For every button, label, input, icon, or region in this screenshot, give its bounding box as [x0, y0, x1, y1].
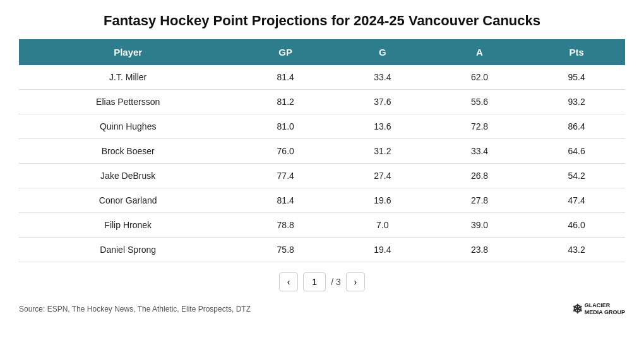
cell-player: Elias Pettersson: [19, 90, 237, 114]
cell-a: 72.8: [431, 114, 528, 139]
column-header-gp: GP: [237, 39, 334, 65]
next-page-button[interactable]: ›: [346, 272, 365, 291]
projections-table: PlayerGPGAPts J.T. Miller81.433.462.095.…: [19, 39, 625, 262]
glacier-logo: ❄ GLACIER MEDIA GROUP: [572, 301, 625, 317]
cell-gp: 77.4: [237, 164, 334, 188]
cell-a: 62.0: [431, 65, 528, 90]
cell-g: 7.0: [334, 213, 431, 238]
cell-g: 27.4: [334, 164, 431, 188]
cell-gp: 81.2: [237, 90, 334, 114]
table-row: Daniel Sprong75.819.423.843.2: [19, 238, 625, 262]
cell-pts: 54.2: [528, 164, 625, 188]
cell-pts: 46.0: [528, 213, 625, 238]
glacier-logo-line2: MEDIA GROUP: [585, 309, 625, 316]
cell-gp: 81.4: [237, 65, 334, 90]
source-text: Source: ESPN, The Hockey News, The Athle…: [19, 305, 251, 314]
cell-gp: 81.4: [237, 188, 334, 213]
table-row: Quinn Hughes81.013.672.886.4: [19, 114, 625, 139]
cell-gp: 75.8: [237, 238, 334, 262]
glacier-logo-line1: GLACIER: [585, 302, 611, 309]
cell-g: 33.4: [334, 65, 431, 90]
prev-page-button[interactable]: ‹: [279, 272, 298, 291]
cell-g: 37.6: [334, 90, 431, 114]
cell-gp: 81.0: [237, 114, 334, 139]
page-number-input[interactable]: [303, 272, 326, 291]
column-header-a: A: [431, 39, 528, 65]
cell-player: Brock Boeser: [19, 139, 237, 164]
pagination-controls: ‹ / 3 ›: [279, 272, 365, 291]
page-total: / 3: [331, 277, 341, 287]
cell-g: 19.6: [334, 188, 431, 213]
cell-g: 31.2: [334, 139, 431, 164]
cell-gp: 78.8: [237, 213, 334, 238]
cell-g: 19.4: [334, 238, 431, 262]
table-header-row: PlayerGPGAPts: [19, 39, 625, 65]
table-row: Jake DeBrusk77.427.426.854.2: [19, 164, 625, 188]
cell-player: Daniel Sprong: [19, 238, 237, 262]
cell-pts: 47.4: [528, 188, 625, 213]
cell-player: Jake DeBrusk: [19, 164, 237, 188]
table-row: J.T. Miller81.433.462.095.4: [19, 65, 625, 90]
table-row: Elias Pettersson81.237.655.693.2: [19, 90, 625, 114]
cell-player: Quinn Hughes: [19, 114, 237, 139]
cell-g: 13.6: [334, 114, 431, 139]
cell-a: 55.6: [431, 90, 528, 114]
table-row: Conor Garland81.419.627.847.4: [19, 188, 625, 213]
cell-player: J.T. Miller: [19, 65, 237, 90]
cell-pts: 95.4: [528, 65, 625, 90]
cell-player: Conor Garland: [19, 188, 237, 213]
cell-a: 26.8: [431, 164, 528, 188]
table-row: Filip Hronek78.87.039.046.0: [19, 213, 625, 238]
column-header-player: Player: [19, 39, 237, 65]
cell-a: 33.4: [431, 139, 528, 164]
glacier-logo-icon: ❄: [572, 301, 583, 317]
cell-a: 23.8: [431, 238, 528, 262]
cell-pts: 64.6: [528, 139, 625, 164]
cell-a: 39.0: [431, 213, 528, 238]
footer: Source: ESPN, The Hockey News, The Athle…: [19, 301, 625, 317]
cell-player: Filip Hronek: [19, 213, 237, 238]
cell-a: 27.8: [431, 188, 528, 213]
cell-gp: 76.0: [237, 139, 334, 164]
page-title: Fantasy Hockey Point Projections for 202…: [104, 13, 540, 29]
table-row: Brock Boeser76.031.233.464.6: [19, 139, 625, 164]
column-header-g: G: [334, 39, 431, 65]
cell-pts: 86.4: [528, 114, 625, 139]
cell-pts: 43.2: [528, 238, 625, 262]
column-header-pts: Pts: [528, 39, 625, 65]
cell-pts: 93.2: [528, 90, 625, 114]
